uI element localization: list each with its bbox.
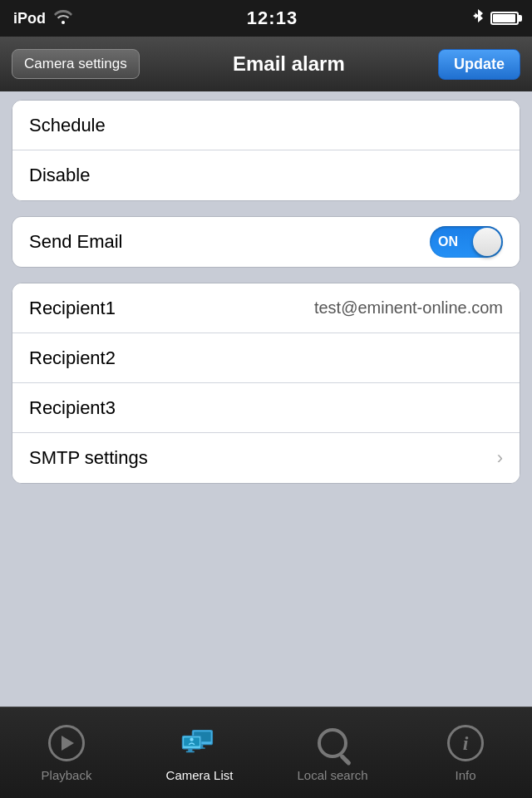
send-email-toggle-container: ON <box>430 226 503 258</box>
tab-local-search[interactable]: Local search <box>266 707 399 798</box>
device-name: iPod <box>13 10 46 27</box>
recipient2-label: Recipient2 <box>29 347 116 369</box>
schedule-label: Schedule <box>29 115 106 136</box>
local-search-icon <box>313 723 352 763</box>
tab-local-search-label: Local search <box>297 768 367 782</box>
toggle-knob <box>473 228 501 256</box>
send-email-toggle[interactable]: ON <box>430 226 503 258</box>
tab-info[interactable]: i Info <box>399 707 532 798</box>
smtp-settings-label: SMTP settings <box>29 447 148 469</box>
content: Schedule Disable Send Email ON Recipient… <box>0 100 532 484</box>
tab-camera-list[interactable]: Camera List <box>133 707 266 798</box>
camera-list-icon <box>180 723 219 763</box>
schedule-row[interactable]: Schedule <box>12 101 520 150</box>
tab-bar: Playback Camera List <box>0 707 532 798</box>
recipient3-label: Recipient3 <box>29 397 116 419</box>
battery-icon <box>490 12 519 25</box>
svg-rect-7 <box>186 751 195 752</box>
nav-title: Email alarm <box>233 52 345 76</box>
tab-camera-list-label: Camera List <box>166 768 234 782</box>
info-icon: i <box>446 723 485 763</box>
send-email-label: Send Email <box>29 231 123 253</box>
recipient1-value: test@eminent-online.com <box>314 298 503 318</box>
section-group-2: Send Email ON <box>12 216 520 268</box>
nav-bar: Camera settings Email alarm Update <box>0 37 532 91</box>
tab-playback-label: Playback <box>42 768 92 782</box>
smtp-settings-row[interactable]: SMTP settings › <box>12 433 520 483</box>
wifi-icon <box>54 9 72 28</box>
recipient1-label: Recipient1 <box>29 298 116 319</box>
recipient2-row[interactable]: Recipient2 <box>12 333 520 383</box>
disable-row[interactable]: Disable <box>12 150 520 200</box>
tab-playback[interactable]: Playback <box>0 707 133 798</box>
update-button[interactable]: Update <box>438 49 520 80</box>
status-time: 12:13 <box>247 7 298 29</box>
toggle-on-label: ON <box>438 234 458 249</box>
section-group-1: Schedule Disable <box>12 100 520 201</box>
recipient1-row[interactable]: Recipient1 test@eminent-online.com <box>12 283 520 333</box>
bluetooth-icon <box>472 8 484 29</box>
section-group-3: Recipient1 test@eminent-online.com Recip… <box>12 283 520 484</box>
svg-point-8 <box>190 738 193 741</box>
playback-icon <box>47 723 86 763</box>
disable-label: Disable <box>29 165 90 186</box>
tab-info-label: Info <box>455 768 475 782</box>
status-bar: iPod 12:13 <box>0 0 532 37</box>
recipient3-row[interactable]: Recipient3 <box>12 383 520 433</box>
send-email-row: Send Email ON <box>12 217 520 267</box>
back-button[interactable]: Camera settings <box>12 49 140 79</box>
smtp-chevron-icon: › <box>497 447 503 469</box>
